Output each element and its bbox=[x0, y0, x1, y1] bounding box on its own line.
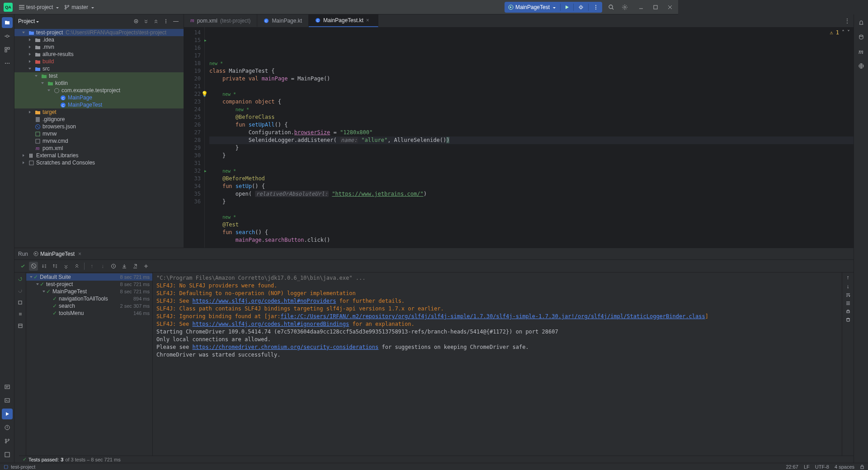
run-toolbar: ↑ ↓ ✓ Tests passed: 3 of 3 tests – 8 sec… bbox=[14, 260, 678, 273]
close-tab-icon[interactable]: × bbox=[366, 17, 372, 24]
svg-point-4 bbox=[580, 6, 582, 8]
branch-icon bbox=[64, 5, 70, 10]
test-tree-row[interactable]: ✓Default Suite8 sec 721 ms bbox=[26, 273, 152, 281]
run-panel-tabs: Run MainPageTest× bbox=[14, 248, 678, 260]
project-selector[interactable]: test-project bbox=[26, 4, 59, 10]
tree-node[interactable]: CMainPage bbox=[14, 94, 184, 101]
tree-node[interactable]: src bbox=[14, 65, 184, 72]
main-menu-icon[interactable] bbox=[17, 3, 26, 12]
svg-point-8 bbox=[609, 5, 613, 9]
test-tree[interactable]: ✓Default Suite8 sec 721 ms✓test-project8… bbox=[26, 273, 153, 367]
sort-alpha-icon[interactable] bbox=[40, 262, 49, 271]
run-button[interactable] bbox=[561, 2, 572, 13]
test-tree-row[interactable]: ✓navigationToAllTools894 ms bbox=[26, 295, 152, 302]
commit-tool-button[interactable] bbox=[2, 31, 13, 42]
svg-point-15 bbox=[5, 63, 6, 64]
svg-point-30 bbox=[165, 21, 166, 22]
stop-icon[interactable] bbox=[16, 310, 25, 319]
editor-tab[interactable]: CMainPageTest.kt× bbox=[309, 14, 378, 27]
test-history-icon[interactable] bbox=[109, 262, 118, 271]
svg-point-5 bbox=[595, 5, 596, 6]
tree-node[interactable]: .idea bbox=[14, 36, 184, 43]
test-tree-row[interactable]: ✓MainPageTest8 sec 721 ms bbox=[26, 288, 152, 295]
rerun-failed-icon[interactable] bbox=[16, 286, 25, 295]
import-tests-icon[interactable] bbox=[120, 262, 129, 271]
console-output[interactable]: "C:\Program Files\Amazon Corretto\jdk17.… bbox=[153, 273, 678, 367]
svg-point-31 bbox=[165, 23, 166, 24]
toggle-auto-test-icon[interactable] bbox=[16, 298, 25, 307]
test-tree-row[interactable]: ✓toolsMenu146 ms bbox=[26, 310, 152, 317]
select-opened-file-icon[interactable] bbox=[132, 17, 140, 25]
svg-text:C: C bbox=[317, 19, 319, 22]
tree-node[interactable]: .mvn bbox=[14, 43, 184, 51]
svg-text:C: C bbox=[61, 103, 64, 107]
editor-area: mpom.xml(test-project)CMainPage.ktCMainP… bbox=[184, 14, 678, 248]
svg-rect-13 bbox=[8, 47, 9, 49]
run-config-select[interactable]: MainPageTest bbox=[505, 2, 559, 13]
export-tests-icon[interactable] bbox=[131, 262, 140, 271]
next-failed-icon[interactable]: ↓ bbox=[98, 262, 107, 271]
more-tool-button[interactable] bbox=[2, 58, 13, 69]
svg-point-32 bbox=[54, 88, 59, 93]
svg-rect-42 bbox=[31, 154, 33, 158]
collapse-all-icon[interactable] bbox=[72, 262, 81, 271]
test-tree-row[interactable]: ✓test-project8 sec 721 ms bbox=[26, 281, 152, 288]
editor-tab[interactable]: CMainPage.kt bbox=[257, 14, 309, 27]
expand-all-icon[interactable] bbox=[142, 17, 150, 25]
prev-failed-icon[interactable]: ↑ bbox=[87, 262, 96, 271]
tree-node[interactable]: browsers.json bbox=[14, 123, 184, 130]
more-actions-button[interactable] bbox=[590, 2, 602, 13]
rerun-icon[interactable] bbox=[16, 274, 25, 283]
gutter[interactable]: 14▸15161718192021💡22232425262728293031▸3… bbox=[184, 27, 205, 248]
editor-tab[interactable]: mpom.xml(test-project) bbox=[184, 14, 257, 27]
tree-node[interactable]: .gitignore bbox=[14, 116, 184, 123]
show-passed-icon[interactable] bbox=[18, 262, 27, 271]
tree-node[interactable]: mvnw.cmd bbox=[14, 137, 184, 145]
structure-tool-button[interactable] bbox=[2, 44, 13, 55]
test-icon bbox=[508, 5, 514, 10]
tree-node[interactable]: com.example.testproject bbox=[14, 87, 184, 94]
tree-node[interactable]: target bbox=[14, 108, 184, 116]
svg-point-11 bbox=[6, 35, 8, 38]
run-tab[interactable]: Run bbox=[18, 251, 28, 257]
test-settings-icon[interactable] bbox=[142, 262, 151, 271]
tree-node[interactable]: mpom.xml bbox=[14, 145, 184, 152]
run-config-tab[interactable]: MainPageTest× bbox=[33, 251, 81, 257]
maximize-icon[interactable] bbox=[651, 3, 660, 12]
close-tab-icon[interactable]: × bbox=[78, 251, 81, 257]
svg-point-1 bbox=[68, 5, 69, 6]
code-editor[interactable]: 14▸15161718192021💡22232425262728293031▸3… bbox=[184, 27, 678, 248]
debug-button[interactable] bbox=[575, 2, 587, 13]
tree-node[interactable]: External Libraries bbox=[14, 152, 184, 159]
layout-icon[interactable] bbox=[16, 321, 25, 330]
svg-point-28 bbox=[136, 21, 137, 22]
branch-selector[interactable]: master bbox=[64, 4, 94, 10]
chevron-down-icon[interactable] bbox=[35, 18, 39, 24]
minimize-icon[interactable] bbox=[637, 3, 646, 12]
tree-node[interactable]: CMainPageTest bbox=[14, 101, 184, 108]
svg-rect-12 bbox=[5, 47, 7, 49]
tree-node[interactable]: build bbox=[14, 58, 184, 65]
project-tree[interactable]: test-projectC:\Users\IRFAN\AquaProjects\… bbox=[14, 28, 184, 248]
hide-panel-icon[interactable]: — bbox=[172, 17, 180, 25]
search-icon[interactable] bbox=[607, 3, 616, 12]
tree-node[interactable]: test bbox=[14, 72, 184, 80]
collapse-all-icon[interactable] bbox=[152, 17, 160, 25]
run-sidebar bbox=[14, 273, 26, 367]
options-icon[interactable] bbox=[162, 17, 170, 25]
tree-node[interactable]: mvnw bbox=[14, 130, 184, 137]
tree-node[interactable]: Scratches and Consoles bbox=[14, 159, 184, 166]
tree-node[interactable]: kotlin bbox=[14, 80, 184, 87]
code-body[interactable]: ⚠1 ˄ ˅ new *class MainPageTest { private… bbox=[205, 27, 678, 248]
test-tree-row[interactable]: ✓search2 sec 307 ms bbox=[26, 302, 152, 310]
project-tool-button[interactable] bbox=[2, 17, 13, 28]
show-ignored-icon[interactable] bbox=[29, 262, 38, 271]
sort-time-icon[interactable] bbox=[51, 262, 60, 271]
close-icon[interactable] bbox=[665, 3, 675, 12]
expand-all-icon[interactable] bbox=[61, 262, 71, 271]
run-panel: Run MainPageTest× ↑ ↓ ✓ Tests passed: 3 … bbox=[14, 248, 678, 367]
test-icon bbox=[33, 251, 38, 256]
tree-node[interactable]: test-projectC:\Users\IRFAN\AquaProjects\… bbox=[14, 29, 184, 36]
settings-icon[interactable] bbox=[620, 3, 629, 12]
tree-node[interactable]: allure-results bbox=[14, 51, 184, 58]
